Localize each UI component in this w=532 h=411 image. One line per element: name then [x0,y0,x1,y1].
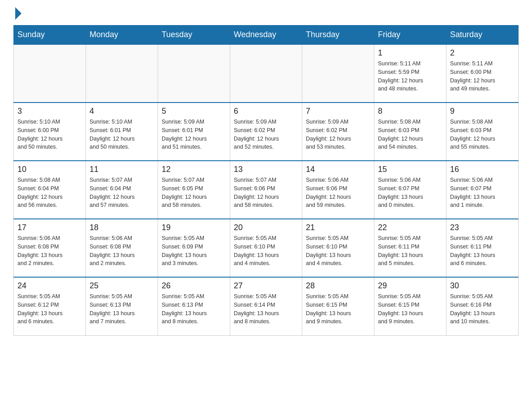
calendar-day-cell: 11Sunrise: 5:07 AMSunset: 6:04 PMDayligh… [86,161,158,219]
calendar-day-cell: 2Sunrise: 5:11 AMSunset: 6:00 PMDaylight… [446,44,519,103]
day-info: Sunrise: 5:10 AMSunset: 6:00 PMDaylight:… [17,118,82,151]
calendar-day-cell: 30Sunrise: 5:05 AMSunset: 6:16 PMDayligh… [446,277,519,335]
calendar-day-cell [86,44,158,103]
day-number: 20 [234,223,298,232]
day-number: 12 [162,165,226,174]
calendar-day-cell: 15Sunrise: 5:06 AMSunset: 6:07 PMDayligh… [374,161,446,219]
calendar-day-cell: 12Sunrise: 5:07 AMSunset: 6:05 PMDayligh… [158,161,230,219]
day-number: 29 [378,281,442,291]
day-info: Sunrise: 5:09 AMSunset: 6:02 PMDaylight:… [234,118,298,151]
day-number: 9 [450,107,515,116]
weekday-header-saturday: Saturday [446,26,519,45]
day-number: 21 [306,223,370,232]
day-info: Sunrise: 5:05 AMSunset: 6:10 PMDaylight:… [306,234,370,268]
day-number: 23 [450,223,515,232]
calendar-day-cell: 22Sunrise: 5:05 AMSunset: 6:11 PMDayligh… [374,219,446,277]
day-info: Sunrise: 5:11 AMSunset: 5:59 PMDaylight:… [378,60,442,93]
day-info: Sunrise: 5:06 AMSunset: 6:06 PMDaylight:… [306,176,370,210]
day-info: Sunrise: 5:06 AMSunset: 6:07 PMDaylight:… [450,176,515,210]
day-number: 30 [450,281,515,291]
day-info: Sunrise: 5:05 AMSunset: 6:14 PMDaylight:… [234,292,298,326]
day-info: Sunrise: 5:07 AMSunset: 6:05 PMDaylight:… [162,176,226,210]
calendar-day-cell: 29Sunrise: 5:05 AMSunset: 6:15 PMDayligh… [374,277,446,335]
day-info: Sunrise: 5:05 AMSunset: 6:13 PMDaylight:… [90,292,154,326]
calendar-day-cell: 4Sunrise: 5:10 AMSunset: 6:01 PMDaylight… [86,103,158,161]
day-number: 28 [306,281,370,291]
day-info: Sunrise: 5:05 AMSunset: 6:15 PMDaylight:… [378,292,442,326]
calendar-day-cell [14,44,86,103]
day-number: 13 [234,165,298,174]
day-info: Sunrise: 5:07 AMSunset: 6:04 PMDaylight:… [90,176,154,210]
weekday-header-tuesday: Tuesday [158,26,230,45]
weekday-header-monday: Monday [86,26,158,45]
page-header [13,9,519,16]
calendar-day-cell [230,44,302,103]
calendar-week-4: 17Sunrise: 5:06 AMSunset: 6:08 PMDayligh… [14,219,519,277]
day-number: 1 [378,48,442,58]
day-number: 24 [17,281,82,291]
day-info: Sunrise: 5:05 AMSunset: 6:12 PMDaylight:… [17,292,82,326]
day-number: 17 [17,223,82,232]
calendar-day-cell: 5Sunrise: 5:09 AMSunset: 6:01 PMDaylight… [158,103,230,161]
day-info: Sunrise: 5:07 AMSunset: 6:06 PMDaylight:… [234,176,298,210]
day-info: Sunrise: 5:08 AMSunset: 6:04 PMDaylight:… [17,176,82,210]
logo-general-text [13,9,21,20]
day-number: 10 [17,165,82,174]
day-info: Sunrise: 5:06 AMSunset: 6:08 PMDaylight:… [90,234,154,268]
calendar-day-cell: 20Sunrise: 5:05 AMSunset: 6:10 PMDayligh… [230,219,302,277]
day-number: 27 [234,281,298,291]
calendar-day-cell: 8Sunrise: 5:08 AMSunset: 6:03 PMDaylight… [374,103,446,161]
day-number: 26 [162,281,226,291]
calendar-day-cell: 10Sunrise: 5:08 AMSunset: 6:04 PMDayligh… [14,161,86,219]
day-info: Sunrise: 5:05 AMSunset: 6:09 PMDaylight:… [162,234,226,268]
day-number: 5 [162,107,226,116]
day-info: Sunrise: 5:05 AMSunset: 6:15 PMDaylight:… [306,292,370,326]
day-info: Sunrise: 5:05 AMSunset: 6:13 PMDaylight:… [162,292,226,326]
day-info: Sunrise: 5:09 AMSunset: 6:02 PMDaylight:… [306,118,370,151]
day-number: 8 [378,107,442,116]
day-info: Sunrise: 5:10 AMSunset: 6:01 PMDaylight:… [90,118,154,151]
calendar-day-cell: 6Sunrise: 5:09 AMSunset: 6:02 PMDaylight… [230,103,302,161]
day-number: 25 [90,281,154,291]
calendar-day-cell: 14Sunrise: 5:06 AMSunset: 6:06 PMDayligh… [302,161,374,219]
calendar-day-cell: 24Sunrise: 5:05 AMSunset: 6:12 PMDayligh… [14,277,86,335]
day-number: 16 [450,165,515,174]
day-number: 22 [378,223,442,232]
weekday-header-wednesday: Wednesday [230,26,302,45]
calendar-table: SundayMondayTuesdayWednesdayThursdayFrid… [13,25,519,336]
day-number: 7 [306,107,370,116]
calendar-week-2: 3Sunrise: 5:10 AMSunset: 6:00 PMDaylight… [14,103,519,161]
calendar-day-cell: 16Sunrise: 5:06 AMSunset: 6:07 PMDayligh… [446,161,519,219]
day-number: 6 [234,107,298,116]
day-number: 4 [90,107,154,116]
day-number: 3 [17,107,82,116]
day-info: Sunrise: 5:08 AMSunset: 6:03 PMDaylight:… [378,118,442,151]
day-number: 19 [162,223,226,232]
day-info: Sunrise: 5:05 AMSunset: 6:16 PMDaylight:… [450,292,515,326]
calendar-day-cell [158,44,230,103]
calendar-day-cell: 7Sunrise: 5:09 AMSunset: 6:02 PMDaylight… [302,103,374,161]
calendar-day-cell: 9Sunrise: 5:08 AMSunset: 6:03 PMDaylight… [446,103,519,161]
day-info: Sunrise: 5:05 AMSunset: 6:10 PMDaylight:… [234,234,298,268]
calendar-week-1: 1Sunrise: 5:11 AMSunset: 5:59 PMDaylight… [14,44,519,103]
day-info: Sunrise: 5:09 AMSunset: 6:01 PMDaylight:… [162,118,226,151]
day-number: 15 [378,165,442,174]
day-info: Sunrise: 5:05 AMSunset: 6:11 PMDaylight:… [378,234,442,268]
logo [13,9,21,16]
day-info: Sunrise: 5:05 AMSunset: 6:11 PMDaylight:… [450,234,515,268]
calendar-day-cell: 23Sunrise: 5:05 AMSunset: 6:11 PMDayligh… [446,219,519,277]
calendar-day-cell: 1Sunrise: 5:11 AMSunset: 5:59 PMDaylight… [374,44,446,103]
calendar-day-cell: 28Sunrise: 5:05 AMSunset: 6:15 PMDayligh… [302,277,374,335]
calendar-day-cell: 27Sunrise: 5:05 AMSunset: 6:14 PMDayligh… [230,277,302,335]
calendar-day-cell: 21Sunrise: 5:05 AMSunset: 6:10 PMDayligh… [302,219,374,277]
calendar-week-5: 24Sunrise: 5:05 AMSunset: 6:12 PMDayligh… [14,277,519,335]
calendar-header-row: SundayMondayTuesdayWednesdayThursdayFrid… [14,26,519,45]
calendar-day-cell: 25Sunrise: 5:05 AMSunset: 6:13 PMDayligh… [86,277,158,335]
calendar-day-cell: 3Sunrise: 5:10 AMSunset: 6:00 PMDaylight… [14,103,86,161]
logo-arrow-icon [15,7,21,20]
day-number: 11 [90,165,154,174]
weekday-header-friday: Friday [374,26,446,45]
day-number: 14 [306,165,370,174]
day-info: Sunrise: 5:11 AMSunset: 6:00 PMDaylight:… [450,60,515,93]
calendar-day-cell: 26Sunrise: 5:05 AMSunset: 6:13 PMDayligh… [158,277,230,335]
